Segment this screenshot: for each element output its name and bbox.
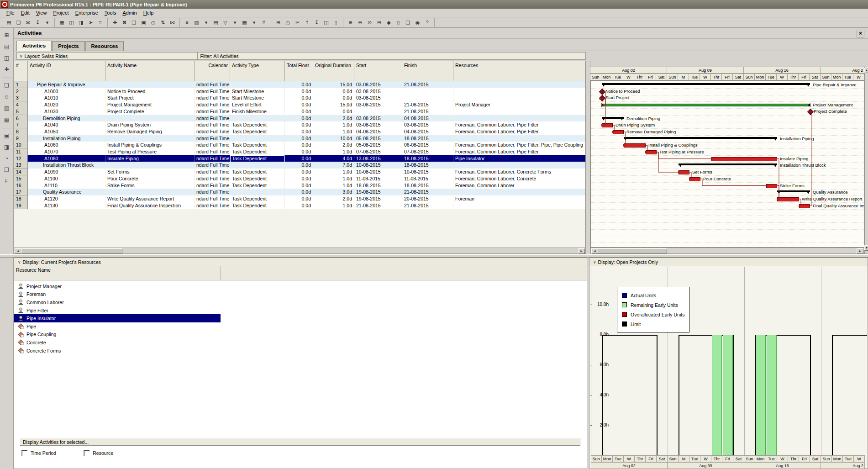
filter-dropdown-icon[interactable]: ▾ (230, 18, 240, 27)
assign-resource-icon[interactable]: ◫ (321, 18, 331, 27)
task-bar[interactable] (799, 204, 810, 208)
progress-icon[interactable]: ◷ (283, 18, 293, 27)
cell[interactable]: 0.0d (285, 189, 313, 195)
resource-name-column[interactable]: Resource Name (16, 267, 51, 273)
cell[interactable]: 9 (14, 135, 28, 142)
delete-activity-icon[interactable]: ✖ (120, 18, 129, 27)
cell[interactable]: Demolition Piping (28, 115, 105, 122)
menu-project[interactable]: Project (50, 9, 71, 16)
cell[interactable]: 15.0d (313, 81, 354, 88)
horizontal-splitter[interactable] (0, 254, 868, 258)
cell[interactable]: A1070 (28, 148, 105, 155)
help-icon[interactable]: ? (422, 18, 432, 27)
cell[interactable]: ndard Full Time (195, 182, 230, 189)
cell[interactable]: 21-08-2015 (354, 202, 402, 209)
cell[interactable]: 0.0d (285, 169, 313, 175)
task-bar[interactable] (766, 184, 777, 188)
cell[interactable]: Task Dependent (230, 148, 285, 155)
cell[interactable]: 12 (14, 155, 28, 162)
checkbox-resource[interactable] (84, 450, 90, 456)
cell[interactable]: 2.0d (313, 142, 354, 148)
wbs-icon[interactable]: ▤ (2, 42, 12, 52)
resources-icon[interactable]: ☺ (2, 92, 12, 102)
resource-row[interactable]: Foreman (14, 290, 221, 299)
cell[interactable] (105, 135, 195, 142)
cell[interactable]: ndard Full Time (195, 128, 230, 135)
menu-enterprise[interactable]: Enterprise (73, 9, 101, 16)
menu-view[interactable]: View (33, 9, 50, 16)
milestone-icon[interactable]: ◆ (384, 18, 394, 27)
column-header-start[interactable]: Start (354, 61, 402, 81)
cell[interactable]: A1000 (28, 88, 105, 95)
cell[interactable]: 0.0d (313, 95, 354, 101)
cell[interactable]: A1080 (28, 155, 105, 162)
chevron-down-icon[interactable]: ∨ (20, 54, 23, 58)
cell[interactable] (453, 88, 586, 95)
cell[interactable]: A1060 (28, 142, 105, 148)
tab-activities[interactable]: Activities (16, 41, 52, 51)
cell[interactable] (230, 162, 285, 169)
cell[interactable]: Task Dependent (230, 121, 285, 128)
cell[interactable]: 15 (14, 175, 28, 182)
cell[interactable]: A1090 (28, 169, 105, 175)
copy-icon[interactable]: ❏ (129, 18, 139, 27)
task-bar[interactable] (689, 177, 700, 181)
cell[interactable]: 4.0d (313, 155, 354, 162)
scroll-left-icon[interactable]: ◄ (591, 248, 598, 254)
cell[interactable]: 19-08-2015 (354, 195, 402, 202)
cell[interactable]: 10-08-2015 (354, 162, 402, 169)
cell[interactable]: 3 (14, 95, 28, 101)
gantt-hscrollbar[interactable]: ◄ ► (590, 248, 864, 254)
table-row[interactable]: 17Quality Assurancendard Full Time0.0d3.… (14, 189, 586, 195)
tab-projects[interactable]: Projects (52, 41, 84, 51)
cell[interactable]: Test Piping at Pressure (105, 148, 195, 155)
histogram-display-bar[interactable]: ∨ Display: Open Projects Only (589, 258, 868, 266)
table-row[interactable]: 7A1040Drain Piping Systemndard Full Time… (14, 121, 586, 128)
cell[interactable]: 2 (14, 88, 28, 95)
cell[interactable]: 13-08-2015 (354, 155, 402, 162)
cell[interactable]: 0.0d (285, 108, 313, 115)
cell[interactable]: ndard Full Time (195, 95, 230, 101)
cell[interactable]: 0.0d (285, 195, 313, 202)
columns-dropdown-icon[interactable]: ▾ (201, 18, 211, 27)
cell[interactable]: ndard Full Time (195, 189, 230, 195)
remaining-units-bar[interactable] (756, 335, 766, 455)
cell[interactable]: ndard Full Time (195, 202, 230, 209)
cell[interactable]: 11-08-2015 (402, 175, 453, 182)
column-header-activity-type[interactable]: Activity Type (230, 61, 285, 81)
resources-display-bar[interactable]: ∨ Display: Current Project's Resources (14, 258, 587, 266)
table-row[interactable]: 6Demolition Pipingndard Full Time0.0d2.0… (14, 115, 586, 122)
cell[interactable]: Task Dependent (230, 202, 285, 209)
cell[interactable]: A1020 (28, 101, 105, 108)
cell[interactable]: 15.0d (313, 101, 354, 108)
cell[interactable]: 3.0d (313, 189, 354, 195)
checkbox-time-period[interactable] (21, 450, 28, 456)
table-row[interactable]: 16A1110Strike Formsndard Full TimeTask D… (14, 182, 586, 189)
table-gantt-splitter[interactable] (586, 61, 590, 254)
assignments-icon[interactable]: ✚ (2, 65, 12, 74)
cell[interactable]: 18 (14, 195, 28, 202)
resource-row[interactable]: Project Manager (14, 282, 221, 290)
comment-icon[interactable]: ❏ (403, 18, 413, 27)
cell[interactable] (402, 88, 453, 95)
cell[interactable]: 21-08-2015 (402, 189, 453, 195)
table-row[interactable]: 9Installation Pipingndard Full Time0.0d1… (14, 135, 586, 142)
cell[interactable]: Pipe Repair & Improve (28, 81, 105, 88)
cell[interactable]: 10-08-2015 (354, 169, 402, 175)
cell[interactable]: 0.0d (285, 135, 313, 142)
cell[interactable]: 18-08-2015 (402, 135, 453, 142)
cell[interactable]: 21-08-2015 (402, 202, 453, 209)
cell[interactable] (453, 115, 586, 122)
chevron-down-icon[interactable]: ∨ (18, 260, 21, 264)
cell[interactable]: 18-08-2015 (402, 182, 453, 189)
print-dropdown-icon[interactable]: ▾ (42, 18, 52, 27)
split-icon[interactable]: ▯ (394, 18, 403, 27)
summary-bar[interactable] (777, 190, 810, 192)
cell[interactable]: 03-08-2015 (402, 121, 453, 128)
menu-admin[interactable]: Admin (120, 9, 139, 16)
cell[interactable]: Insulate Piping (105, 155, 195, 162)
activities-icon[interactable]: ◫ (2, 53, 12, 63)
cell[interactable] (105, 115, 195, 122)
cell[interactable] (453, 81, 586, 88)
window-titlebar[interactable]: Primavera P6 Professional R15.1 : PIPE R… (0, 0, 868, 9)
